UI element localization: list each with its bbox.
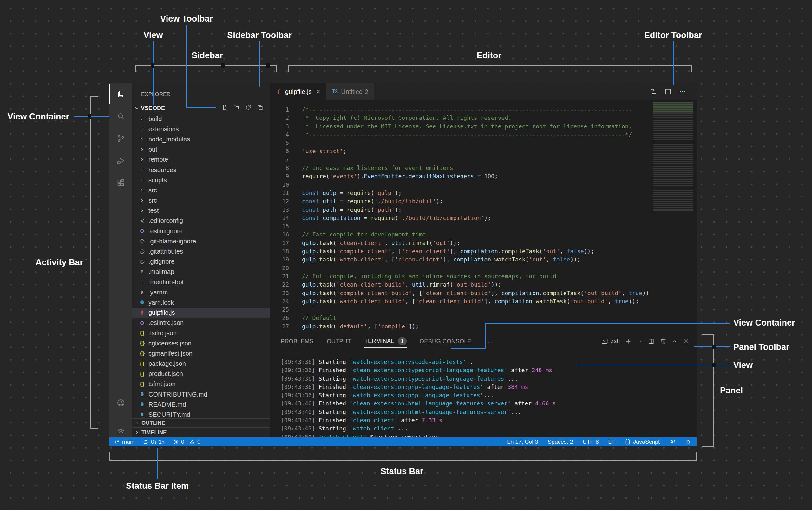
open-changes-button[interactable]: [649, 88, 657, 95]
terminal-line: [09:43:36] Starting 'watch-extension:typ…: [281, 374, 697, 383]
maximize-panel-button[interactable]: [672, 338, 677, 344]
tree-item-test[interactable]: test: [132, 206, 270, 216]
kill-terminal-button[interactable]: [660, 338, 667, 345]
activity-bar-item-explorer[interactable]: [110, 83, 132, 105]
split-editor-button[interactable]: [664, 88, 672, 95]
annotation-activity-bar: Activity Bar: [35, 258, 83, 268]
tree-item-.eslintrc.json[interactable]: .eslintrc.json: [132, 318, 270, 328]
line-number: 17: [270, 239, 289, 247]
sidebar-title: EXPLORER: [141, 91, 171, 98]
warning-icon: [189, 439, 195, 445]
bracket-handle: [151, 63, 154, 67]
tree-item-SECURITY.md[interactable]: SECURITY.md: [132, 410, 270, 418]
tree-item-label: README.md: [148, 401, 186, 408]
tree-item-.mailmap[interactable]: .mailmap: [132, 267, 270, 277]
outline-section-header[interactable]: OUTLINE: [132, 418, 270, 427]
new-folder-button[interactable]: [233, 104, 240, 111]
bell-icon: [685, 439, 692, 445]
collapse-all-button[interactable]: [257, 104, 264, 111]
code-line: 9require('events').EventEmitter.defaultM…: [270, 172, 697, 180]
tree-item-.lsifrc.json[interactable]: {}.lsifrc.json: [132, 328, 270, 338]
status-bar-item-language-mode[interactable]: {}JavaScript: [624, 439, 660, 445]
new-file-button[interactable]: [222, 104, 228, 111]
status-label: 0: [181, 439, 184, 445]
code-text: *---------------------------------------…: [289, 130, 632, 139]
tree-item-yarn.lock[interactable]: yarn.lock: [132, 297, 270, 307]
minimap[interactable]: [653, 102, 693, 211]
terminal-picker[interactable]: zsh: [601, 337, 620, 345]
chevron-right-icon: [135, 421, 140, 425]
error-icon: [173, 439, 179, 445]
tree-item-out[interactable]: out: [132, 145, 270, 155]
panel-tab-problems[interactable]: PROBLEMS: [281, 338, 313, 347]
line-number: 12: [270, 197, 289, 205]
panel-more-tabs-button[interactable]: ···: [485, 338, 494, 347]
feedback-icon: [669, 439, 676, 445]
status-bar-item-feedback[interactable]: [669, 439, 676, 445]
status-bar-item-sync-status[interactable]: 0↓ 1↑: [143, 439, 165, 445]
launch-profile-button[interactable]: [637, 338, 643, 344]
activity-bar-item-extensions[interactable]: [110, 172, 132, 194]
tree-item-src[interactable]: src: [132, 185, 270, 195]
tree-item-.eslintignore[interactable]: .eslintignore: [132, 226, 270, 236]
tree-item-.yarnrc[interactable]: .yarnrc: [132, 287, 270, 297]
tree-item-node_modules[interactable]: node_modules: [132, 134, 270, 144]
new-terminal-button[interactable]: [625, 338, 632, 345]
panel-tab-terminal[interactable]: TERMINAL1: [365, 337, 407, 348]
more-actions-button[interactable]: [679, 88, 687, 95]
tree-item-remote[interactable]: remote: [132, 155, 270, 165]
tree-item-cglicenses.json[interactable]: {}cglicenses.json: [132, 338, 270, 348]
close-icon[interactable]: ×: [316, 88, 320, 96]
status-bar-item-branch-status[interactable]: main: [114, 439, 135, 445]
tree-item-gulpfile.js[interactable]: gulpfile.js: [132, 308, 270, 318]
tree-item-extensions[interactable]: extensions: [132, 124, 270, 134]
editor-tab-gulpfile.js[interactable]: gulpfile.js×: [270, 83, 326, 100]
tree-item-README.md[interactable]: README.md: [132, 399, 270, 410]
status-bar-item-encoding[interactable]: UTF-8: [582, 439, 599, 445]
tree-item-.gitattributes[interactable]: .gitattributes: [132, 246, 270, 257]
status-label: LF: [608, 439, 615, 445]
refresh-button[interactable]: [245, 104, 252, 111]
activity-bar-item-search[interactable]: [110, 105, 132, 127]
code-text: [289, 222, 302, 231]
tree-item-.gitignore[interactable]: .gitignore: [132, 257, 270, 267]
tree-item-label: .mention-bot: [148, 279, 184, 286]
tree-item-label: extensions: [148, 125, 179, 133]
split-terminal-button[interactable]: [648, 338, 655, 345]
tree-item-CONTRIBUTING.md[interactable]: CONTRIBUTING.md: [132, 389, 270, 399]
tree-item-tsfmt.json[interactable]: {}tsfmt.json: [132, 379, 270, 389]
close-panel-button[interactable]: [683, 338, 690, 345]
tree-item-.mention-bot[interactable]: .mention-bot: [132, 277, 270, 287]
tree-item-package.json[interactable]: {}package.json: [132, 359, 270, 369]
view-toolbar-callout-line: [186, 107, 216, 108]
status-bar-item-eol[interactable]: LF: [608, 439, 615, 445]
tree-item-product.json[interactable]: {}product.json: [132, 369, 270, 379]
tree-item-label: .gitignore: [148, 258, 174, 265]
tree-item-build[interactable]: build: [132, 114, 270, 124]
editor-tab-Untitled-2[interactable]: TSUntitled-2: [326, 83, 374, 100]
tree-item-.editorconfig[interactable]: .editorconfig: [132, 216, 270, 226]
timeline-section-header[interactable]: TIMELINE: [132, 427, 270, 438]
tree-item-src[interactable]: src: [132, 196, 270, 206]
code-line: 11const gulp = require('gulp');: [270, 189, 697, 197]
panel-toolbar: zsh: [601, 337, 690, 345]
tree-item-.git-blame-ignore[interactable]: .git-blame-ignore: [132, 236, 270, 246]
line-number: 11: [270, 189, 289, 197]
activity-bar-item-source-control[interactable]: [110, 127, 132, 150]
panel-tab-debug-console[interactable]: DEBUG CONSOLE: [420, 338, 471, 347]
status-bar-item-problems-status[interactable]: 00: [173, 439, 200, 445]
tree-item-scripts[interactable]: scripts: [132, 175, 270, 185]
terminal-view[interactable]: [09:43:36] Starting 'watch-extension:vsc…: [270, 355, 697, 438]
activity-bar-item-accounts[interactable]: [110, 392, 132, 414]
line-number: 19: [270, 256, 289, 264]
activity-bar-item-run-and-debug[interactable]: [110, 150, 132, 172]
tree-item-cgmanifest.json[interactable]: {}cgmanifest.json: [132, 348, 270, 359]
code-editor[interactable]: 1/*-------------------------------------…: [270, 100, 697, 332]
status-bar-item-notifications[interactable]: [685, 439, 692, 445]
status-bar-item-indentation[interactable]: Spaces: 2: [548, 439, 573, 445]
chevron-right-icon: [135, 430, 140, 435]
status-bar-item-cursor-position[interactable]: Ln 17, Col 3: [507, 439, 538, 445]
panel-tab-output[interactable]: OUTPUT: [327, 338, 351, 347]
tree-item-resources[interactable]: resources: [132, 165, 270, 175]
json-file-icon: {}: [138, 340, 146, 346]
